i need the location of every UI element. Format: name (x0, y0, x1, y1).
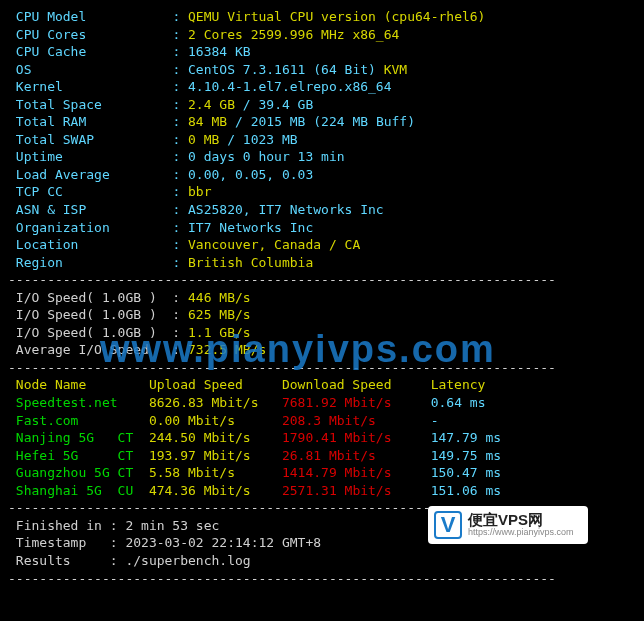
results: Results : ./superbench.log (8, 553, 251, 568)
info-label: Organization (8, 220, 172, 235)
upload: 0.00 Mbit/s (149, 413, 282, 428)
os: CentOS 7.3.1611 (64 Bit) (188, 62, 376, 77)
terminal-line: Uptime : 0 days 0 hour 13 min (8, 148, 636, 166)
space-used: 2.4 GB (188, 97, 235, 112)
terminal-line: Guangzhou 5G CT 5.58 Mbit/s 1414.79 Mbit… (8, 464, 636, 482)
terminal-line: Load Average : 0.00, 0.05, 0.03 (8, 166, 636, 184)
upload: 193.97 Mbit/s (149, 448, 282, 463)
terminal-line: Nanjing 5G CT 244.50 Mbit/s 1790.41 Mbit… (8, 429, 636, 447)
io-label: I/O Speed( 1.0GB ) : (8, 290, 188, 305)
ram-total: / 2015 MB (224 MB Buff) (227, 114, 415, 129)
terminal-line: CPU Cores : 2 Cores 2599.996 MHz x86_64 (8, 26, 636, 44)
cpu-cache: 16384 KB (188, 44, 251, 59)
swap-used: 0 MB (188, 132, 219, 147)
info-label: CPU Model (8, 9, 172, 24)
colon: : (172, 167, 188, 182)
terminal-line: I/O Speed( 1.0GB ) : 625 MB/s (8, 306, 636, 324)
colon: : (172, 114, 188, 129)
terminal-line: Average I/O Speed : 732.5 MB/s (8, 341, 636, 359)
info-label: Total SWAP (8, 132, 172, 147)
terminal-line: Hefei 5G CT 193.97 Mbit/s 26.81 Mbit/s 1… (8, 447, 636, 465)
latency: 147.79 ms (431, 430, 501, 445)
download: 26.81 Mbit/s (282, 448, 431, 463)
download: 1790.41 Mbit/s (282, 430, 431, 445)
info-label: Uptime (8, 149, 172, 164)
region: British Columbia (188, 255, 313, 270)
download: 208.3 Mbit/s (282, 413, 431, 428)
terminal-line: OS : CentOS 7.3.1611 (64 Bit) KVM (8, 61, 636, 79)
terminal-line: Kernel : 4.10.4-1.el7.elrepo.x86_64 (8, 78, 636, 96)
terminal-line: Total Space : 2.4 GB / 39.4 GB (8, 96, 636, 114)
node-name: Speedtest.net (8, 395, 149, 410)
colon: : (172, 27, 188, 42)
terminal-line: ----------------------------------------… (8, 499, 636, 517)
upload: 5.58 Mbit/s (149, 465, 282, 480)
kernel: 4.10.4-1.el7.elrepo.x86_64 (188, 79, 392, 94)
latency: - (431, 413, 439, 428)
timestamp: Timestamp : 2023-03-02 22:14:12 GMT+8 (8, 535, 321, 550)
org: IT7 Networks Inc (188, 220, 313, 235)
terminal-line: I/O Speed( 1.0GB ) : 446 MB/s (8, 289, 636, 307)
terminal-line: Total RAM : 84 MB / 2015 MB (224 MB Buff… (8, 113, 636, 131)
io-label: I/O Speed( 1.0GB ) : (8, 325, 188, 340)
terminal-line: CPU Model : QEMU Virtual CPU version (cp… (8, 8, 636, 26)
terminal-line: Region : British Columbia (8, 254, 636, 272)
terminal-line: Fast.com 0.00 Mbit/s 208.3 Mbit/s - (8, 412, 636, 430)
colon: : (172, 62, 188, 77)
finished: Finished in : 2 min 53 sec (8, 518, 219, 533)
download: 2571.31 Mbit/s (282, 483, 431, 498)
load: 0.00, 0.05, 0.03 (188, 167, 313, 182)
divider: ----------------------------------------… (8, 571, 556, 586)
terminal-line: Results : ./superbench.log (8, 552, 636, 570)
divider: ----------------------------------------… (8, 500, 556, 515)
info-label: Kernel (8, 79, 172, 94)
terminal-line: Shanghai 5G CU 474.36 Mbit/s 2571.31 Mbi… (8, 482, 636, 500)
info-label: Region (8, 255, 172, 270)
terminal-line: Total SWAP : 0 MB / 1023 MB (8, 131, 636, 149)
terminal-line: Location : Vancouver, Canada / CA (8, 236, 636, 254)
info-label: ASN & ISP (8, 202, 172, 217)
colon: : (172, 9, 188, 24)
latency: 0.64 ms (431, 395, 486, 410)
location: Vancouver, Canada / CA (188, 237, 360, 252)
terminal-line: ----------------------------------------… (8, 359, 636, 377)
node-name: Fast.com (8, 413, 149, 428)
cpu-cores: 2 Cores 2599.996 MHz x86_64 (188, 27, 399, 42)
terminal-line: Timestamp : 2023-03-02 22:14:12 GMT+8 (8, 534, 636, 552)
upload: 244.50 Mbit/s (149, 430, 282, 445)
download: 1414.79 Mbit/s (282, 465, 431, 480)
info-label: CPU Cores (8, 27, 172, 42)
info-label: Location (8, 237, 172, 252)
cpu-model: QEMU Virtual CPU version (cpu64-rhel6) (188, 9, 485, 24)
tcp-cc: bbr (188, 184, 211, 199)
colon: : (172, 237, 188, 252)
colon: : (172, 79, 188, 94)
latency: 150.47 ms (431, 465, 501, 480)
io-value: 732.5 MB/s (188, 342, 266, 357)
info-label: Total RAM (8, 114, 172, 129)
terminal-line: CPU Cache : 16384 KB (8, 43, 636, 61)
uptime: 0 days 0 hour 13 min (188, 149, 345, 164)
download: 7681.92 Mbit/s (282, 395, 431, 410)
terminal-line: TCP CC : bbr (8, 183, 636, 201)
terminal-line: ASN & ISP : AS25820, IT7 Networks Inc (8, 201, 636, 219)
io-label: Average I/O Speed : (8, 342, 188, 357)
terminal-line: Speedtest.net 8626.83 Mbit/s 7681.92 Mbi… (8, 394, 636, 412)
info-label: CPU Cache (8, 44, 172, 59)
node-name: Shanghai 5G CU (8, 483, 149, 498)
latency: 149.75 ms (431, 448, 501, 463)
info-label: Load Average (8, 167, 172, 182)
swap-total: / 1023 MB (219, 132, 297, 147)
colon: : (172, 97, 188, 112)
speed-header: Node Name Upload Speed Download Speed La… (8, 377, 485, 392)
divider: ----------------------------------------… (8, 360, 556, 375)
io-label: I/O Speed( 1.0GB ) : (8, 307, 188, 322)
terminal-line: ----------------------------------------… (8, 570, 636, 588)
upload: 474.36 Mbit/s (149, 483, 282, 498)
colon: : (172, 132, 188, 147)
terminal-line: Organization : IT7 Networks Inc (8, 219, 636, 237)
info-label: OS (8, 62, 172, 77)
info-label: TCP CC (8, 184, 172, 199)
colon: : (172, 184, 188, 199)
space-total: / 39.4 GB (235, 97, 313, 112)
